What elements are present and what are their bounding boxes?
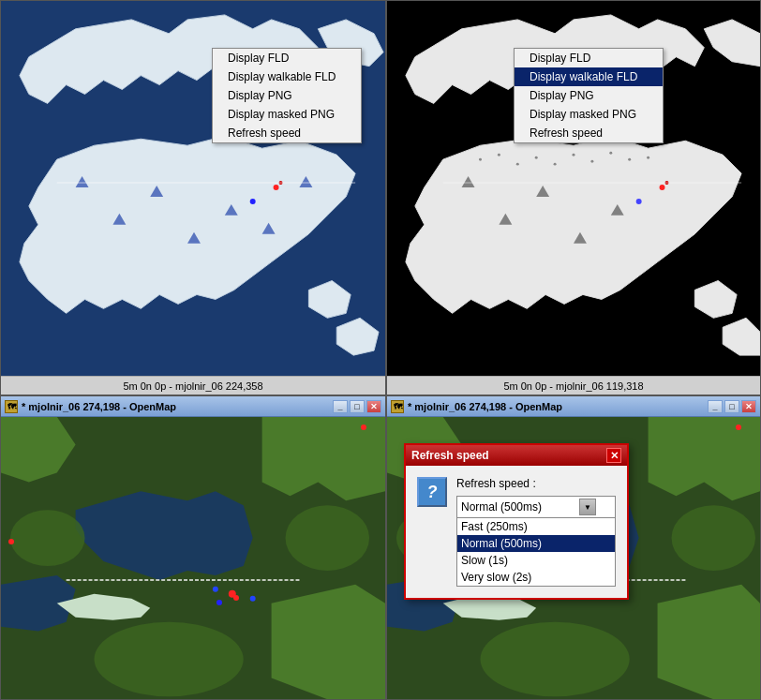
svg-point-20: [609, 152, 612, 155]
menu-item-display-png-tl[interactable]: Display PNG: [213, 86, 361, 105]
panel-bottom-left: 🗺 * mjolnir_06 274,198 - OpenMap _ □ ✕: [0, 395, 386, 700]
titlebar-br-controls: _ □ ✕: [708, 400, 756, 413]
dialog-container: Refresh speed ✕ ? Refresh speed : Normal: [404, 443, 629, 600]
dot-blue-center-bl: [216, 600, 222, 605]
app-icon-br: 🗺: [391, 400, 404, 413]
svg-point-13: [479, 158, 482, 161]
svg-point-19: [590, 160, 593, 163]
status-bar-tr: 5m 0n 0p - mjolnir_06 119,318: [387, 376, 760, 395]
svg-point-8: [274, 185, 279, 190]
select-arrow-icon[interactable]: ▼: [579, 499, 596, 515]
menu-item-display-png-tr[interactable]: Display PNG: [515, 86, 663, 105]
app-icon-bl: 🗺: [5, 400, 18, 413]
menu-item-display-fld-tr[interactable]: Display FLD: [515, 49, 663, 67]
titlebar-bl: 🗺 * mjolnir_06 274,198 - OpenMap _ □ ✕: [1, 396, 385, 417]
dialog-row: ? Refresh speed : Normal (500ms) ▼: [417, 477, 616, 587]
maximize-btn-br[interactable]: □: [724, 400, 739, 413]
titlebar-br-left: 🗺 * mjolnir_06 274,198 - OpenMap: [391, 400, 562, 413]
map-bl: [1, 417, 385, 699]
panel-top-left: Display FLD Display walkable FLD Display…: [0, 0, 386, 395]
svg-point-17: [554, 163, 557, 166]
menu-item-refresh-speed-tl[interactable]: Refresh speed: [213, 124, 361, 142]
dialog-dropdown[interactable]: Fast (250ms) Normal (500ms) Slow (1s) Ve…: [456, 518, 616, 587]
svg-point-40: [250, 596, 256, 602]
context-menu-tr[interactable]: Display FLD Display walkable FLD Display…: [514, 48, 664, 143]
dot-red-center-bl: [233, 595, 239, 601]
svg-point-30: [636, 199, 642, 204]
svg-point-22: [647, 156, 649, 159]
menu-item-refresh-speed-tr[interactable]: Refresh speed: [515, 124, 663, 142]
option-slow[interactable]: Slow (1s): [457, 552, 615, 569]
map-bl-svg: [1, 417, 385, 699]
svg-point-41: [213, 587, 218, 592]
menu-item-display-walkable-tl[interactable]: Display walkable FLD: [213, 67, 361, 86]
svg-point-46: [481, 622, 630, 697]
svg-point-15: [516, 163, 519, 166]
maximize-btn-bl[interactable]: □: [350, 400, 365, 413]
dialog-help-icon[interactable]: ?: [417, 477, 447, 507]
close-btn-br[interactable]: ✕: [741, 400, 756, 413]
option-normal[interactable]: Normal (500ms): [457, 535, 615, 552]
svg-point-16: [535, 156, 538, 159]
close-btn-bl[interactable]: ✕: [366, 400, 381, 413]
minimize-btn-br[interactable]: _: [708, 400, 723, 413]
status-bar-tl: 5m 0n 0p - mjolnir_06 224,358: [1, 376, 385, 395]
svg-point-35: [95, 622, 244, 697]
titlebar-bl-text: * mjolnir_06 274,198 - OpenMap: [22, 401, 176, 412]
context-menu-tl[interactable]: Display FLD Display walkable FLD Display…: [212, 48, 362, 143]
dialog-title: Refresh speed: [411, 449, 489, 462]
dialog-content: ? Refresh speed : Normal (500ms) ▼: [406, 466, 627, 598]
dialog-label: Refresh speed :: [456, 477, 616, 490]
dialog-body: Refresh speed : Normal (500ms) ▼ Fast (2…: [456, 477, 616, 587]
option-fast[interactable]: Fast (250ms): [457, 518, 615, 535]
dot-red-tr-bl: [361, 424, 366, 430]
svg-point-18: [573, 154, 575, 156]
titlebar-bl-controls: _ □ ✕: [333, 400, 381, 413]
panel-top-right: Display FLD Display walkable FLD Display…: [386, 0, 761, 395]
titlebar-br: 🗺 * mjolnir_06 274,198 - OpenMap _ □ ✕: [387, 396, 760, 417]
svg-point-34: [286, 505, 370, 571]
menu-item-display-masked-tl[interactable]: Display masked PNG: [213, 105, 361, 124]
menu-item-display-masked-tr[interactable]: Display masked PNG: [515, 105, 663, 124]
dot-red-left-bl: [8, 539, 14, 544]
map-br: Refresh speed ✕ ? Refresh speed : Normal: [387, 417, 760, 699]
titlebar-bl-left: 🗺 * mjolnir_06 274,198 - OpenMap: [5, 400, 176, 413]
titlebar-br-text: * mjolnir_06 274,198 - OpenMap: [408, 401, 562, 412]
dot-red-tr-br: [736, 424, 741, 430]
dialog-close-button[interactable]: ✕: [606, 448, 621, 463]
option-very-slow[interactable]: Very slow (2s): [457, 569, 615, 586]
menu-item-display-walkable-tr[interactable]: Display walkable FLD: [515, 67, 663, 86]
svg-point-14: [498, 154, 500, 156]
svg-point-33: [10, 510, 85, 566]
menu-item-display-fld-tl[interactable]: Display FLD: [213, 49, 361, 67]
refresh-speed-dialog: Refresh speed ✕ ? Refresh speed : Normal: [404, 443, 629, 600]
panel-bottom-right: 🗺 * mjolnir_06 274,198 - OpenMap _ □ ✕: [386, 395, 761, 700]
svg-point-45: [671, 505, 755, 571]
svg-point-10: [250, 199, 256, 204]
dialog-titlebar: Refresh speed ✕: [406, 445, 627, 466]
svg-point-21: [628, 158, 631, 161]
minimize-btn-bl[interactable]: _: [333, 400, 348, 413]
svg-point-28: [660, 185, 665, 190]
dialog-select-current[interactable]: Normal (500ms) ▼: [456, 496, 616, 518]
